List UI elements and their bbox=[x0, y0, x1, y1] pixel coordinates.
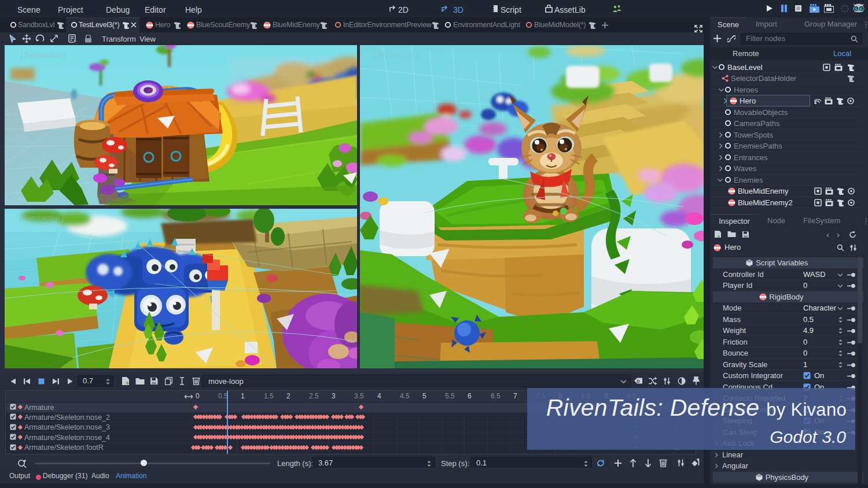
svg-text:[ Perspective ]: [ Perspective ] bbox=[20, 214, 64, 222]
svg-text:[ Perspective ]: [ Perspective ] bbox=[374, 50, 418, 58]
svg-text:D: D bbox=[637, 379, 639, 383]
svg-text:E: E bbox=[860, 6, 863, 12]
svg-text:S: S bbox=[855, 6, 858, 12]
svg-text:[ Perspective ]: [ Perspective ] bbox=[21, 51, 65, 60]
